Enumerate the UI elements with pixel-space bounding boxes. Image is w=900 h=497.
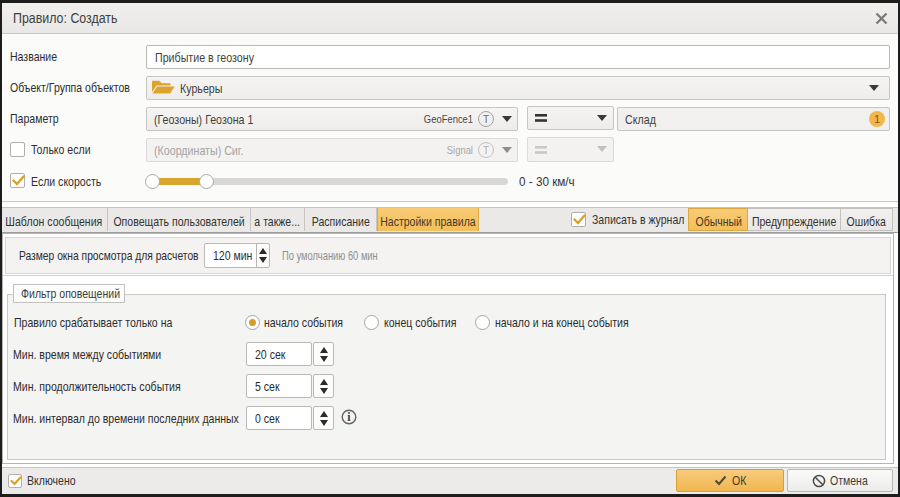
svg-text:i: i	[347, 410, 351, 424]
